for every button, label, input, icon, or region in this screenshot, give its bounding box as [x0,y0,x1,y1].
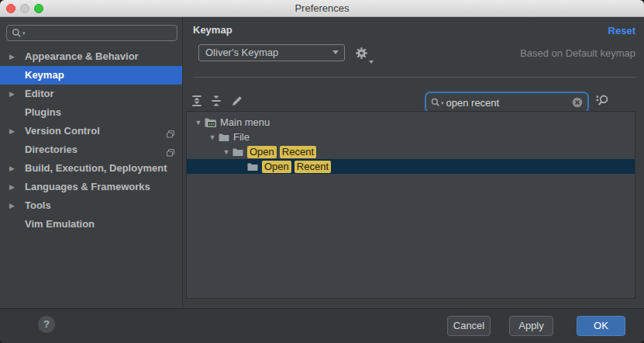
keymap-select[interactable]: Oliver's Keymap [198,44,345,61]
expand-arrow-icon[interactable] [9,122,20,140]
expand-arrow-icon[interactable] [9,196,20,215]
gear-button[interactable] [355,47,372,62]
folder-icon [219,133,229,142]
clear-icon[interactable] [572,97,583,108]
help-button[interactable]: ? [38,316,55,333]
tree-row-main-menu[interactable]: Main menu [187,115,635,130]
search-filter-arrow-icon[interactable]: ▾ [441,100,444,106]
dropdown-arrow-icon [332,50,339,54]
cancel-button[interactable]: Cancel [447,316,491,336]
based-on-label: Based on Default keymap [520,47,635,59]
collapse-arrow-icon[interactable] [207,133,218,141]
tree-row-label: Main menu [220,116,270,128]
tree-row-open-recent[interactable]: Open Recent [187,144,635,159]
sidebar-item-label: Build, Execution, Deployment [25,162,167,174]
sidebar-item-keymap[interactable]: Keymap [0,66,182,85]
titlebar: Preferences [0,0,644,17]
keymap-select-value: Oliver's Keymap [205,47,278,58]
search-icon [12,28,22,38]
action-search-value: open recent [446,97,572,109]
window-title: Preferences [0,0,644,17]
sidebar-item-label: Vim Emulation [25,218,95,230]
sidebar-item-version-control[interactable]: Version Control [0,122,182,140]
sidebar-item-label: Directories [25,144,77,155]
expand-arrow-icon[interactable] [9,159,20,178]
search-filter-arrow-icon[interactable]: ▾ [22,30,26,36]
collapse-all-button[interactable] [210,95,226,109]
match-highlight: Recent [280,146,316,158]
sidebar-item-languages-frameworks[interactable]: Languages & Frameworks [0,178,182,196]
main-menu-folder-icon [205,117,216,127]
action-search-input[interactable]: ▾ open recent [425,92,589,113]
content-area: ▾ Appearance & Behavior Keymap Editor [0,17,644,308]
header-divider [193,77,636,78]
settings-nav: Appearance & Behavior Keymap Editor Plug… [0,47,182,234]
collapse-all-icon [210,95,222,107]
folder-icon [232,147,243,157]
sidebar-item-plugins[interactable]: Plugins [0,103,182,122]
sidebar-item-editor[interactable]: Editor [0,85,182,103]
sidebar-search-input[interactable]: ▾ [6,25,177,41]
match-highlight: Open [247,146,277,158]
find-by-shortcut-icon [595,94,610,109]
expand-arrow-icon[interactable] [9,47,20,66]
tree-row-file[interactable]: File [187,130,635,144]
preferences-window: Preferences ▾ Appearance & Behavior [0,0,644,343]
match-highlight: Open [262,161,291,173]
settings-sidebar: ▾ Appearance & Behavior Keymap Editor [0,17,183,308]
search-icon [431,98,440,107]
expand-arrow-icon[interactable] [9,178,20,196]
sidebar-item-label: Tools [25,199,51,211]
keymap-panel: Keymap Reset Oliver's Keymap [184,17,644,308]
expand-all-button[interactable] [191,95,206,109]
sidebar-item-label: Keymap [25,69,64,81]
expand-all-icon [191,95,203,107]
reset-link[interactable]: Reset [608,25,635,36]
dialog-footer: ? Cancel Apply OK [0,308,644,343]
sidebar-item-label: Appearance & Behavior [25,50,139,62]
expand-arrow-icon[interactable] [9,85,20,103]
sidebar-item-label: Editor [25,88,54,99]
keymap-actions-tree: Main menu File [186,111,635,299]
gear-dropdown-arrow-icon [369,61,374,64]
folder-icon [247,162,258,172]
sidebar-item-tools[interactable]: Tools [0,196,182,215]
match-highlight: Recent [294,161,331,173]
apply-button[interactable]: Apply [509,316,553,336]
sidebar-item-appearance-behavior[interactable]: Appearance & Behavior [0,47,182,66]
edit-button[interactable] [231,95,246,109]
find-by-shortcut-button[interactable] [595,94,612,109]
sidebar-item-build-execution-deployment[interactable]: Build, Execution, Deployment [0,159,182,178]
gear-icon [355,47,368,60]
sidebar-item-vim-emulation[interactable]: Vim Emulation [0,215,182,234]
sidebar-item-directories[interactable]: Directories [0,140,182,159]
tree-row-label: File [233,131,250,143]
sidebar-item-label: Version Control [25,125,100,137]
collapse-arrow-icon[interactable] [221,148,232,156]
edit-pencil-icon [231,95,243,107]
tree-row-open-recent-selected[interactable]: Open Recent [187,159,635,174]
sidebar-item-label: Languages & Frameworks [25,181,150,192]
sidebar-item-label: Plugins [25,106,61,118]
collapse-arrow-icon[interactable] [193,119,204,126]
page-title: Keymap [193,24,232,36]
ok-button[interactable]: OK [577,316,625,336]
